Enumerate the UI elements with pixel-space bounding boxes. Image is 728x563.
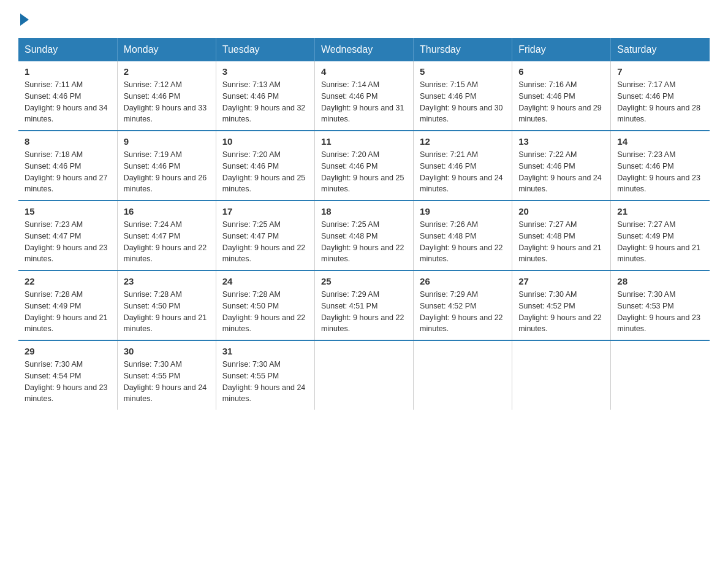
calendar-cell: 21Sunrise: 7:27 AMSunset: 4:49 PMDayligh… — [611, 201, 710, 270]
day-number: 25 — [321, 276, 407, 286]
day-number: 19 — [420, 206, 506, 216]
day-info: Sunrise: 7:27 AMSunset: 4:48 PMDaylight:… — [518, 219, 604, 265]
day-number: 26 — [420, 276, 506, 286]
day-number: 18 — [321, 206, 407, 216]
day-info: Sunrise: 7:30 AMSunset: 4:52 PMDaylight:… — [518, 289, 604, 335]
logo-arrow-icon — [20, 13, 29, 26]
day-number: 3 — [222, 66, 308, 77]
calendar-cell: 29Sunrise: 7:30 AMSunset: 4:54 PMDayligh… — [18, 340, 117, 410]
calendar-cell: 19Sunrise: 7:26 AMSunset: 4:48 PMDayligh… — [414, 201, 512, 270]
day-number: 15 — [25, 206, 111, 216]
day-info: Sunrise: 7:30 AMSunset: 4:54 PMDaylight:… — [25, 359, 111, 405]
day-number: 11 — [321, 136, 407, 147]
day-info: Sunrise: 7:20 AMSunset: 4:46 PMDaylight:… — [321, 149, 407, 195]
calendar-cell: 27Sunrise: 7:30 AMSunset: 4:52 PMDayligh… — [512, 270, 611, 340]
day-number: 6 — [518, 66, 604, 77]
day-number: 17 — [222, 206, 308, 216]
calendar-cell — [512, 340, 611, 410]
day-number: 2 — [124, 66, 210, 77]
day-number: 23 — [124, 276, 210, 286]
day-info: Sunrise: 7:30 AMSunset: 4:55 PMDaylight:… — [222, 359, 308, 405]
calendar-cell: 10Sunrise: 7:20 AMSunset: 4:46 PMDayligh… — [216, 131, 314, 201]
header-monday: Monday — [117, 38, 216, 61]
day-info: Sunrise: 7:22 AMSunset: 4:46 PMDaylight:… — [518, 149, 604, 195]
day-info: Sunrise: 7:17 AMSunset: 4:46 PMDaylight:… — [617, 79, 703, 125]
calendar-cell: 1Sunrise: 7:11 AMSunset: 4:46 PMDaylight… — [18, 61, 117, 131]
calendar-cell: 6Sunrise: 7:16 AMSunset: 4:46 PMDaylight… — [512, 61, 611, 131]
calendar-cell: 23Sunrise: 7:28 AMSunset: 4:50 PMDayligh… — [117, 270, 216, 340]
calendar-cell: 4Sunrise: 7:14 AMSunset: 4:46 PMDaylight… — [314, 61, 413, 131]
day-number: 5 — [420, 66, 506, 77]
day-info: Sunrise: 7:13 AMSunset: 4:46 PMDaylight:… — [222, 79, 308, 125]
day-number: 13 — [518, 136, 604, 147]
day-info: Sunrise: 7:14 AMSunset: 4:46 PMDaylight:… — [321, 79, 407, 125]
day-info: Sunrise: 7:21 AMSunset: 4:46 PMDaylight:… — [420, 149, 506, 195]
day-number: 7 — [617, 66, 703, 77]
calendar-week-row: 15Sunrise: 7:23 AMSunset: 4:47 PMDayligh… — [18, 201, 710, 270]
calendar-cell: 12Sunrise: 7:21 AMSunset: 4:46 PMDayligh… — [414, 131, 512, 201]
day-info: Sunrise: 7:27 AMSunset: 4:49 PMDaylight:… — [617, 219, 703, 265]
calendar-cell: 30Sunrise: 7:30 AMSunset: 4:55 PMDayligh… — [117, 340, 216, 410]
calendar-cell: 28Sunrise: 7:30 AMSunset: 4:53 PMDayligh… — [611, 270, 710, 340]
day-info: Sunrise: 7:30 AMSunset: 4:55 PMDaylight:… — [124, 359, 210, 405]
header-sunday: Sunday — [18, 38, 117, 61]
day-number: 21 — [617, 206, 703, 216]
header-thursday: Thursday — [414, 38, 512, 61]
calendar-cell: 8Sunrise: 7:18 AMSunset: 4:46 PMDaylight… — [18, 131, 117, 201]
calendar-header-row: SundayMondayTuesdayWednesdayThursdayFrid… — [18, 38, 710, 61]
calendar-cell — [314, 340, 413, 410]
day-info: Sunrise: 7:28 AMSunset: 4:50 PMDaylight:… — [124, 289, 210, 335]
day-info: Sunrise: 7:28 AMSunset: 4:49 PMDaylight:… — [25, 289, 111, 335]
calendar-cell: 17Sunrise: 7:25 AMSunset: 4:47 PMDayligh… — [216, 201, 314, 270]
header-friday: Friday — [512, 38, 611, 61]
calendar-cell: 31Sunrise: 7:30 AMSunset: 4:55 PMDayligh… — [216, 340, 314, 410]
day-info: Sunrise: 7:16 AMSunset: 4:46 PMDaylight:… — [518, 79, 604, 125]
calendar-cell: 22Sunrise: 7:28 AMSunset: 4:49 PMDayligh… — [18, 270, 117, 340]
day-info: Sunrise: 7:11 AMSunset: 4:46 PMDaylight:… — [25, 79, 111, 125]
day-info: Sunrise: 7:19 AMSunset: 4:46 PMDaylight:… — [124, 149, 210, 195]
header-wednesday: Wednesday — [314, 38, 413, 61]
calendar-cell: 26Sunrise: 7:29 AMSunset: 4:52 PMDayligh… — [414, 270, 512, 340]
day-info: Sunrise: 7:28 AMSunset: 4:50 PMDaylight:… — [222, 289, 308, 335]
calendar-week-row: 22Sunrise: 7:28 AMSunset: 4:49 PMDayligh… — [18, 270, 710, 340]
day-number: 4 — [321, 66, 407, 77]
header-saturday: Saturday — [611, 38, 710, 61]
day-info: Sunrise: 7:26 AMSunset: 4:48 PMDaylight:… — [420, 219, 506, 265]
day-info: Sunrise: 7:29 AMSunset: 4:51 PMDaylight:… — [321, 289, 407, 335]
day-number: 8 — [25, 136, 111, 147]
day-info: Sunrise: 7:23 AMSunset: 4:46 PMDaylight:… — [617, 149, 703, 195]
calendar-cell: 2Sunrise: 7:12 AMSunset: 4:46 PMDaylight… — [117, 61, 216, 131]
calendar-cell: 18Sunrise: 7:25 AMSunset: 4:48 PMDayligh… — [314, 201, 413, 270]
day-number: 30 — [124, 346, 210, 356]
day-number: 1 — [25, 66, 111, 77]
day-number: 27 — [518, 276, 604, 286]
calendar-week-row: 8Sunrise: 7:18 AMSunset: 4:46 PMDaylight… — [18, 131, 710, 201]
calendar-cell: 3Sunrise: 7:13 AMSunset: 4:46 PMDaylight… — [216, 61, 314, 131]
calendar-week-row: 29Sunrise: 7:30 AMSunset: 4:54 PMDayligh… — [18, 340, 710, 410]
day-number: 20 — [518, 206, 604, 216]
day-info: Sunrise: 7:15 AMSunset: 4:46 PMDaylight:… — [420, 79, 506, 125]
calendar-cell: 9Sunrise: 7:19 AMSunset: 4:46 PMDaylight… — [117, 131, 216, 201]
header-tuesday: Tuesday — [216, 38, 314, 61]
calendar-cell — [611, 340, 710, 410]
day-number: 12 — [420, 136, 506, 147]
page-header — [18, 12, 710, 26]
logo — [18, 12, 29, 26]
day-number: 16 — [124, 206, 210, 216]
day-number: 28 — [617, 276, 703, 286]
day-info: Sunrise: 7:29 AMSunset: 4:52 PMDaylight:… — [420, 289, 506, 335]
day-info: Sunrise: 7:18 AMSunset: 4:46 PMDaylight:… — [25, 149, 111, 195]
day-info: Sunrise: 7:30 AMSunset: 4:53 PMDaylight:… — [617, 289, 703, 335]
calendar-cell: 20Sunrise: 7:27 AMSunset: 4:48 PMDayligh… — [512, 201, 611, 270]
day-number: 24 — [222, 276, 308, 286]
calendar-table: SundayMondayTuesdayWednesdayThursdayFrid… — [18, 38, 710, 410]
calendar-cell: 15Sunrise: 7:23 AMSunset: 4:47 PMDayligh… — [18, 201, 117, 270]
day-info: Sunrise: 7:12 AMSunset: 4:46 PMDaylight:… — [124, 79, 210, 125]
calendar-cell: 16Sunrise: 7:24 AMSunset: 4:47 PMDayligh… — [117, 201, 216, 270]
calendar-cell: 24Sunrise: 7:28 AMSunset: 4:50 PMDayligh… — [216, 270, 314, 340]
calendar-cell: 13Sunrise: 7:22 AMSunset: 4:46 PMDayligh… — [512, 131, 611, 201]
day-number: 31 — [222, 346, 308, 356]
calendar-week-row: 1Sunrise: 7:11 AMSunset: 4:46 PMDaylight… — [18, 61, 710, 131]
day-info: Sunrise: 7:24 AMSunset: 4:47 PMDaylight:… — [124, 219, 210, 265]
day-info: Sunrise: 7:23 AMSunset: 4:47 PMDaylight:… — [25, 219, 111, 265]
